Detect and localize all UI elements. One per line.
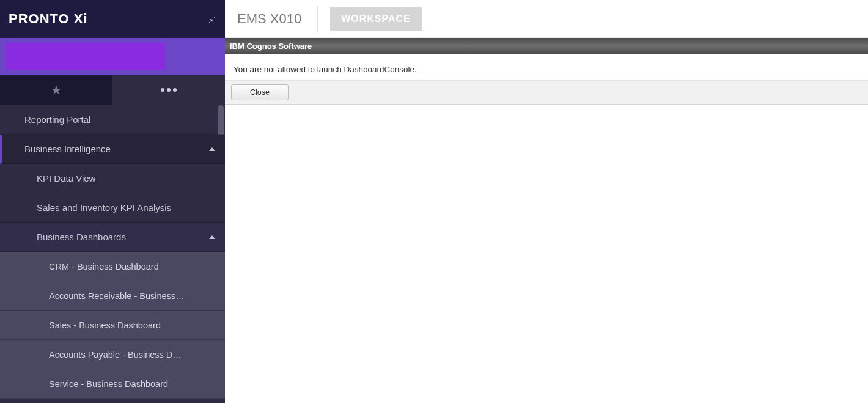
sidebar-item-business-dashboards[interactable]: Business Dashboards xyxy=(0,223,225,252)
sidebar-item-business-intelligence[interactable]: Business Intelligence xyxy=(0,135,225,164)
sidebar-tabs: ★ xyxy=(0,75,225,105)
user-bar xyxy=(0,38,225,75)
sidebar-item-label: Accounts Receivable - Business… xyxy=(49,291,185,301)
app-title: EMS X010 xyxy=(234,11,305,27)
sidebar-item-label: Sales - Business Dashboard xyxy=(49,320,161,330)
chevron-up-icon xyxy=(209,147,215,151)
sidebar-item-sales-inventory-kpi[interactable]: Sales and Inventory KPI Analysis xyxy=(0,193,225,223)
more-icon xyxy=(161,88,177,92)
sidebar-item-label: Sales and Inventory KPI Analysis xyxy=(37,202,171,213)
separator xyxy=(317,6,318,32)
sidebar-item-crm-dashboard[interactable]: CRM - Business Dashboard xyxy=(0,252,225,281)
pin-icon[interactable] xyxy=(207,14,216,24)
sidebar-item-label: Business Intelligence xyxy=(24,144,111,154)
sidebar-item-service-dashboard[interactable]: Service - Business Dashboard xyxy=(0,369,225,399)
sidebar-item-label: Reporting Portal xyxy=(24,114,90,125)
star-icon: ★ xyxy=(51,83,62,97)
sidebar-header: PRONTO Xi xyxy=(0,0,225,38)
brand-name: PRONTO Xi xyxy=(9,11,88,26)
button-row: Close xyxy=(225,81,868,105)
tab-more[interactable] xyxy=(112,75,225,105)
sidebar-item-label: Business Dashboards xyxy=(37,232,126,242)
nav: Reporting Portal Business Intelligence K… xyxy=(0,105,225,403)
sidebar-item-reporting-portal[interactable]: Reporting Portal xyxy=(0,105,225,135)
sidebar-item-ar-dashboard[interactable]: Accounts Receivable - Business… xyxy=(0,281,225,311)
error-message: You are not allowed to launch DashboardC… xyxy=(225,54,868,81)
topbar: EMS X010 WORKSPACE xyxy=(225,0,868,38)
sidebar-item-sales-dashboard[interactable]: Sales - Business Dashboard xyxy=(0,311,225,340)
sidebar-item-label: KPI Data View xyxy=(37,173,95,183)
workspace-button[interactable]: WORKSPACE xyxy=(330,7,422,31)
tab-favorites[interactable]: ★ xyxy=(0,75,112,105)
user-chip[interactable] xyxy=(6,43,165,70)
content: IBM Cognos Software You are not allowed … xyxy=(225,38,868,403)
close-button[interactable]: Close xyxy=(231,84,289,100)
chevron-up-icon xyxy=(209,235,215,239)
sidebar: PRONTO Xi ★ Reporting Portal Business In… xyxy=(0,0,225,403)
sidebar-item-label: CRM - Business Dashboard xyxy=(49,262,159,272)
sidebar-item-ap-dashboard[interactable]: Accounts Payable - Business D… xyxy=(0,340,225,369)
cognos-title-bar: IBM Cognos Software xyxy=(225,38,868,54)
main: EMS X010 WORKSPACE IBM Cognos Software Y… xyxy=(225,0,868,403)
sidebar-item-kpi-data-view[interactable]: KPI Data View xyxy=(0,164,225,193)
sidebar-item-label: Accounts Payable - Business D… xyxy=(49,350,182,360)
sidebar-item-label: Service - Business Dashboard xyxy=(49,379,168,389)
brand-logo: PRONTO Xi xyxy=(9,11,88,27)
